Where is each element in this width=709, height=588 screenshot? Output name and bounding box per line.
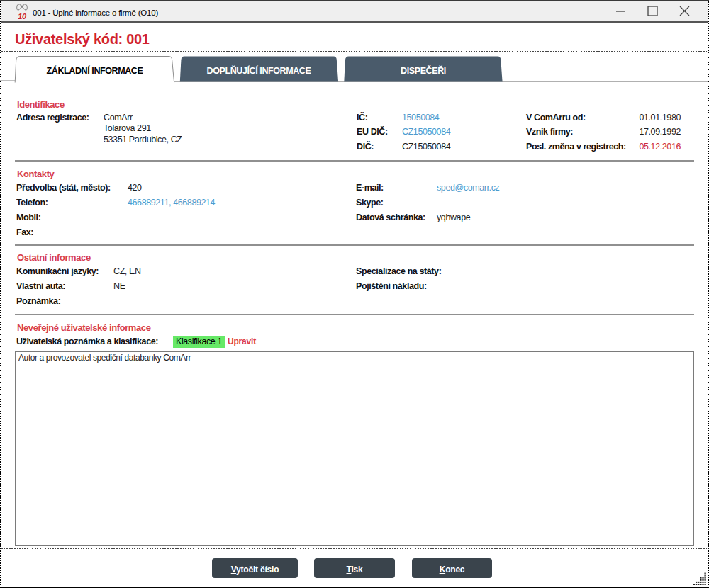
svg-text:10: 10 xyxy=(18,12,27,21)
